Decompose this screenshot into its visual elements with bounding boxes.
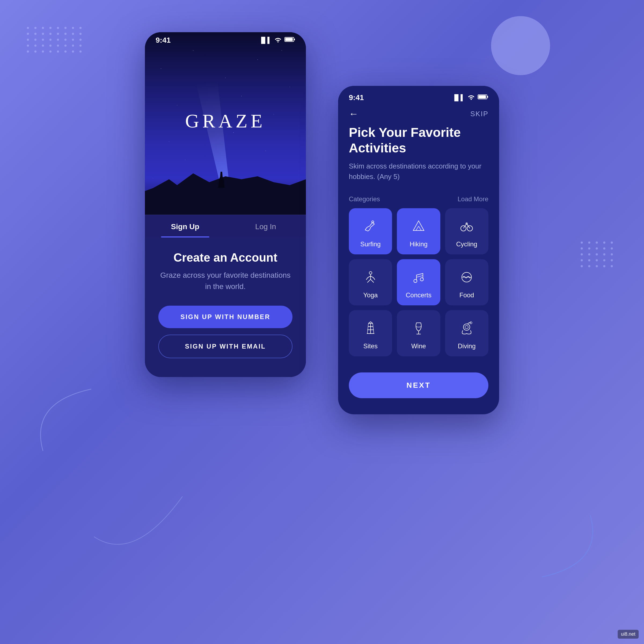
status-bar-1: 9:41 ▐▌▌ — [145, 32, 306, 48]
surfing-label: Surfing — [360, 240, 381, 248]
svg-point-29 — [463, 324, 470, 330]
battery-icon-2 — [478, 94, 488, 101]
food-label: Food — [459, 291, 474, 299]
diving-label: Diving — [458, 342, 476, 350]
signup-content: Create an Account Graze across your favo… — [145, 237, 306, 377]
activity-hiking[interactable]: Hiking — [397, 208, 440, 254]
activity-sites[interactable]: Sites — [349, 310, 392, 356]
status-bar-2: 9:41 ▐▌▌ — [349, 91, 488, 106]
svg-point-15 — [414, 279, 417, 283]
svg-point-16 — [420, 278, 423, 281]
categories-header: Categories Load More — [338, 193, 499, 208]
wine-label: Wine — [411, 342, 426, 350]
tab-signup[interactable]: Sign Up — [145, 215, 225, 237]
back-button[interactable]: ← — [349, 108, 358, 119]
diving-icon — [457, 319, 476, 338]
phones-wrapper: 9:41 ▐▌▌ GRAZE Sign Up — [0, 32, 644, 414]
wifi-icon-2 — [467, 94, 475, 101]
deco-curve-right — [537, 510, 617, 590]
phone2-bottom: NEXT — [338, 367, 499, 414]
tab-login[interactable]: Log In — [225, 215, 306, 237]
svg-line-9 — [419, 226, 421, 230]
activity-cycling[interactable]: Cycling — [445, 208, 488, 254]
sites-icon — [361, 319, 380, 338]
cycling-icon — [457, 217, 476, 236]
status-icons-1: ▐▌▌ — [259, 36, 295, 44]
create-account-subtitle: Graze across your favorite destinations … — [158, 270, 292, 292]
next-button[interactable]: NEXT — [349, 372, 488, 398]
hiking-icon — [409, 217, 428, 236]
hero-section: 9:41 ▐▌▌ GRAZE — [145, 32, 306, 215]
svg-line-25 — [367, 323, 368, 334]
svg-rect-5 — [487, 96, 488, 98]
activity-surfing[interactable]: Surfing — [349, 208, 392, 254]
phone-activities: 9:41 ▐▌▌ ← SKIP Pick Your Favorite — [338, 86, 499, 414]
signal-icon: ▐▌▌ — [259, 37, 272, 44]
svg-rect-1 — [285, 38, 293, 41]
wine-icon — [409, 319, 428, 338]
food-icon — [457, 268, 476, 287]
svg-rect-2 — [294, 39, 295, 40]
sites-label: Sites — [363, 342, 378, 350]
activity-food[interactable]: Food — [445, 259, 488, 305]
surfing-icon — [361, 217, 380, 236]
activity-yoga[interactable]: Yoga — [349, 259, 392, 305]
signal-icon-2: ▐▌▌ — [452, 94, 465, 101]
svg-line-8 — [416, 226, 419, 230]
status-icons-2: ▐▌▌ — [452, 94, 488, 101]
concerts-label: Concerts — [406, 291, 431, 299]
svg-line-26 — [373, 323, 374, 334]
svg-rect-4 — [478, 95, 486, 98]
status-time-2: 9:41 — [349, 93, 364, 102]
svg-point-30 — [465, 325, 468, 329]
phone2-header: 9:41 ▐▌▌ ← SKIP — [338, 86, 499, 125]
activity-diving[interactable]: Diving — [445, 310, 488, 356]
yoga-label: Yoga — [363, 291, 378, 299]
signup-number-button[interactable]: SIGN UP WITH NUMBER — [158, 306, 292, 328]
wifi-icon — [274, 36, 282, 44]
cycling-label: Cycling — [456, 240, 477, 248]
svg-point-13 — [369, 272, 372, 274]
concerts-icon — [409, 268, 428, 287]
app-title: GRAZE — [185, 110, 266, 132]
phone2-nav: ← SKIP — [349, 106, 488, 125]
deco-curve-bottom — [81, 456, 188, 563]
categories-label: Categories — [349, 195, 380, 203]
battery-icon — [284, 36, 295, 44]
yoga-icon — [361, 268, 380, 287]
load-more-button[interactable]: Load More — [458, 195, 488, 203]
watermark: ui8.net — [618, 630, 639, 639]
activities-subtitle: Skim across destinations according to yo… — [338, 161, 499, 182]
signup-email-button[interactable]: SIGN UP WITH EMAIL — [158, 335, 292, 358]
create-account-title: Create an Account — [158, 251, 292, 264]
svg-marker-7 — [413, 221, 424, 230]
phone-signup: 9:41 ▐▌▌ GRAZE Sign Up — [145, 32, 306, 377]
svg-line-17 — [416, 276, 423, 277]
auth-tabs: Sign Up Log In — [145, 215, 306, 237]
status-time-1: 9:41 — [156, 36, 171, 45]
activity-wine[interactable]: Wine — [397, 310, 440, 356]
activity-grid: Surfing Hiking — [338, 208, 499, 367]
hiking-label: Hiking — [410, 240, 428, 248]
activities-title: Pick Your Favorite Activities — [338, 125, 499, 156]
skip-button[interactable]: SKIP — [470, 110, 488, 118]
activity-concerts[interactable]: Concerts — [397, 259, 440, 305]
